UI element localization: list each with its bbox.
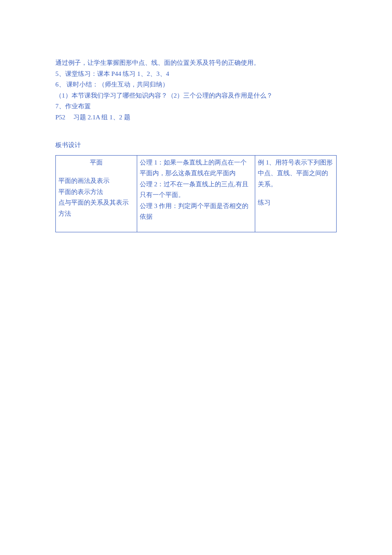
spacer [58, 168, 134, 176]
body-line: 7、作业布置 [55, 101, 337, 112]
cell-line: 例 1、用符号表示下列图形中点、直线、平面之间的关系。 [258, 157, 334, 190]
body-line: P52 习题 2.1A 组 1、2 题 [55, 112, 337, 123]
body-line: 6、 课时小结：（师生互动，共同归纳） [55, 79, 337, 90]
document-body: 通过例子，让学生掌握图形中点、线、面的位置关系及符号的正确使用。 5、课堂练习：… [55, 58, 337, 123]
table-cell-col1: 平面 平面的画法及表示 平面的表示方法 点与平面的关系及其表示方法 [56, 155, 137, 232]
spacer [258, 190, 334, 197]
cell-line: 平面的画法及表示 [58, 176, 134, 187]
table-cell-col2: 公理 1：如果一条直线上的两点在一个平面内，那么这条直线在此平面内 公理 2：过… [137, 155, 255, 232]
body-line: （1）本节课我们学习了哪些知识内容？（2）三个公理的内容及作用是什么？ [55, 90, 337, 101]
cell-line: 平面的表示方法 [58, 187, 134, 198]
section-title: 板书设计 [55, 140, 337, 151]
body-line: 5、课堂练习：课本 P44 练习 1、2、3、4 [55, 69, 337, 80]
cell-title: 平面 [58, 157, 134, 168]
cell-line: 公理 2：过不在一条直线上的三点,有且只有一个平面。 [140, 179, 252, 201]
table-cell-col3: 例 1、用符号表示下列图形中点、直线、平面之间的关系。 练习 [255, 155, 336, 232]
body-line: 通过例子，让学生掌握图形中点、线、面的位置关系及符号的正确使用。 [55, 58, 337, 69]
table-row: 平面 平面的画法及表示 平面的表示方法 点与平面的关系及其表示方法 公理 1：如… [56, 155, 337, 232]
cell-line: 点与平面的关系及其表示方法 [58, 197, 134, 219]
spacer [140, 223, 252, 230]
board-design-table: 平面 平面的画法及表示 平面的表示方法 点与平面的关系及其表示方法 公理 1：如… [55, 155, 337, 232]
cell-line: 练习 [258, 197, 334, 208]
page-content: 通过例子，让学生掌握图形中点、线、面的位置关系及符号的正确使用。 5、课堂练习：… [0, 0, 392, 232]
cell-line: 公理 1：如果一条直线上的两点在一个平面内，那么这条直线在此平面内 [140, 157, 252, 179]
cell-line: 公理 3 作用：判定两个平面是否相交的依据 [140, 201, 252, 223]
